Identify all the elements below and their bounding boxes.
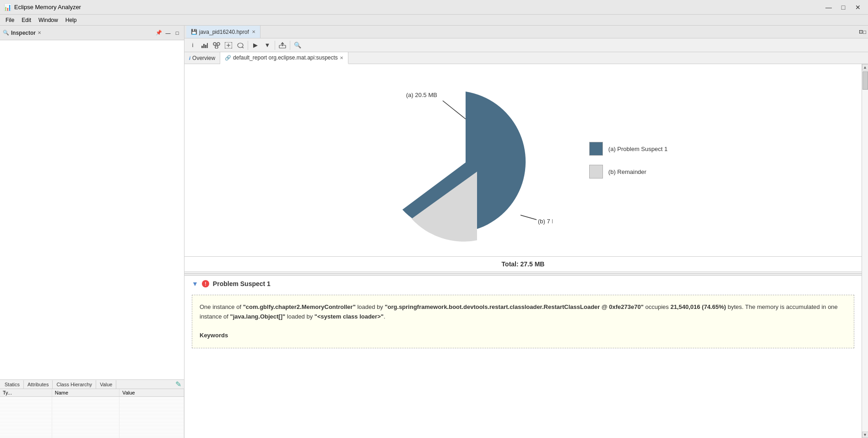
scrollbar-thumb[interactable]: [863, 71, 868, 90]
total-bar: Total: 27.5 MB: [184, 256, 862, 272]
pie-chart-svg: (a) 20.5 MB (b) 7 MB: [379, 78, 553, 243]
file-tab-hprof[interactable]: 💾 java_pid16240.hprof ✕: [186, 26, 260, 38]
file-tab-label: java_pid16240.hprof: [199, 29, 249, 35]
right-area: (a) 20.5 MB (b) 7 MB (a) Problem Suspect…: [184, 64, 868, 438]
file-tab-icon: 💾: [191, 29, 197, 35]
legend-label-b: (b) Remainder: [608, 168, 646, 175]
legend: (a) Problem Suspect 1 (b) Remainder: [589, 142, 667, 178]
close-button[interactable]: ✕: [852, 2, 864, 12]
legend-item-b: (b) Remainder: [589, 165, 667, 178]
legend-label-a: (a) Problem Suspect 1: [608, 146, 667, 152]
tab-class-hierarchy[interactable]: Class Hierarchy: [53, 380, 96, 389]
inspector-icon: 🔍: [3, 30, 9, 36]
content-tabs: i Overview 🔗 default_report org.eclipse.…: [184, 52, 868, 64]
toolbar-separator-2: [275, 41, 275, 50]
app-icon: 📊: [4, 4, 11, 11]
scrollbar-up-button[interactable]: ▲: [862, 64, 868, 70]
tab-suspects-close-icon[interactable]: ✕: [340, 55, 343, 60]
suspect-toggle-icon[interactable]: ▼: [192, 280, 198, 287]
toolbar-dropdown-button[interactable]: ▼: [262, 40, 273, 51]
inspector-header: 🔍 Inspector ✕ 📌 — □: [0, 26, 184, 40]
separator-2: [184, 275, 862, 276]
inspector-title-area: 🔍 Inspector ✕: [3, 30, 41, 36]
toolbar-histogram-button[interactable]: [199, 40, 210, 51]
restore-tab-button[interactable]: ⊡: [859, 29, 863, 35]
svg-rect-1: [203, 44, 205, 48]
inspector-pin-button[interactable]: 📌: [155, 29, 163, 37]
tab-suspects-label: default_report org.eclipse.mat.api:suspe…: [233, 54, 338, 61]
problem-description-box: One instance of "com.gblfy.chapter2.Memo…: [192, 295, 854, 348]
label-line-b: [521, 215, 537, 220]
minimize-button[interactable]: —: [822, 2, 835, 12]
class-name: "com.gblfy.chapter2.MemoryController": [243, 303, 356, 310]
toolbar-export-button[interactable]: [277, 40, 288, 51]
legend-item-a: (a) Problem Suspect 1: [589, 142, 667, 156]
svg-line-11: [242, 47, 244, 48]
file-tab-close-icon[interactable]: ✕: [252, 29, 255, 34]
toolbar-separator-3: [290, 41, 290, 50]
suspect-title: Problem Suspect 1: [213, 280, 271, 287]
keywords-label: Keywords: [200, 331, 846, 341]
right-scrollbar: ▲ ▼: [862, 64, 868, 438]
menu-edit[interactable]: Edit: [18, 16, 35, 24]
inspector-panel: 🔍 Inspector ✕ 📌 — □ Statics Attributes C…: [0, 26, 184, 438]
inspector-tabs-bar: Statics Attributes Class Hierarchy Value…: [0, 379, 184, 389]
maximize-tab-button[interactable]: □: [863, 29, 866, 35]
table-row: [0, 437, 184, 438]
inspector-close-icon[interactable]: ✕: [38, 30, 41, 35]
inspector-tabs: Statics Attributes Class Hierarchy Value: [1, 380, 116, 389]
array-type: "java.lang.Object[]": [230, 313, 286, 320]
toolbar-search-button[interactable]: 🔍: [292, 40, 303, 51]
menu-file[interactable]: File: [2, 16, 18, 24]
toolbar-info-button[interactable]: i: [187, 40, 198, 51]
inspector-title: Inspector: [11, 30, 36, 36]
inspector-minimize-button[interactable]: —: [164, 29, 172, 37]
toolbar-oql-button[interactable]: [235, 40, 246, 51]
toolbar-run-button[interactable]: ▶: [250, 40, 261, 51]
problem-suspect-section: ▼ ! Problem Suspect 1 One instance of "c…: [184, 276, 862, 348]
content-area[interactable]: (a) 20.5 MB (b) 7 MB (a) Problem Suspect…: [184, 64, 862, 438]
svg-point-5: [217, 43, 220, 45]
col-name: Name: [52, 389, 119, 397]
tab-value[interactable]: Value: [96, 380, 116, 389]
system-loader: "<system class loader>": [315, 313, 384, 320]
label-line-a: [443, 101, 466, 119]
classloader-name: "org.springframework.boot.devtools.resta…: [385, 303, 643, 310]
inspector-edit-icon[interactable]: ✎: [174, 380, 183, 389]
toolbar: i ▶ ▼ 🔍: [184, 38, 868, 52]
legend-swatch-a: [589, 142, 603, 156]
menu-window[interactable]: Window: [35, 16, 62, 24]
titlebar: 📊 Eclipse Memory Analyzer — □ ✕: [0, 0, 868, 15]
suspect-error-icon: !: [202, 280, 209, 287]
svg-point-6: [215, 46, 218, 49]
scrollbar-down-button[interactable]: ▼: [862, 432, 868, 438]
tab-statics[interactable]: Statics: [1, 380, 24, 389]
chart-container: (a) 20.5 MB (b) 7 MB (a) Problem Suspect…: [184, 64, 862, 256]
tab-suspects[interactable]: 🔗 default_report org.eclipse.mat.api:sus…: [220, 52, 348, 64]
label-a-text: (a) 20.5 MB: [406, 92, 437, 98]
inspector-panel-actions: 📌 — □: [155, 29, 181, 37]
inspector-maximize-button[interactable]: □: [173, 29, 181, 37]
suspect-header: ▼ ! Problem Suspect 1: [184, 276, 862, 291]
titlebar-left: 📊 Eclipse Memory Analyzer: [4, 4, 81, 11]
col-type: Ty...: [0, 389, 52, 397]
scrollbar-track: [862, 70, 868, 432]
toolbar-threads-button[interactable]: [211, 40, 222, 51]
maximize-button[interactable]: □: [837, 2, 850, 12]
separator-1: [184, 273, 862, 274]
svg-rect-2: [205, 45, 206, 48]
toolbar-dominator-button[interactable]: [223, 40, 234, 51]
col-value: Value: [119, 389, 184, 397]
inspector-content: [0, 40, 184, 379]
svg-rect-0: [201, 46, 203, 48]
tab-suspects-icon: 🔗: [225, 55, 231, 61]
label-b-text: (b) 7 MB: [538, 218, 553, 225]
menubar: File Edit Window Help: [0, 15, 868, 26]
tab-attributes[interactable]: Attributes: [24, 380, 53, 389]
tab-overview[interactable]: i Overview: [184, 52, 220, 64]
main-layout: 🔍 Inspector ✕ 📌 — □ Statics Attributes C…: [0, 26, 868, 438]
legend-swatch-b: [589, 165, 603, 178]
menu-help[interactable]: Help: [62, 16, 81, 24]
file-tabbar: 💾 java_pid16240.hprof ✕ ⊡ □: [184, 26, 868, 38]
right-panel: 💾 java_pid16240.hprof ✕ ⊡ □ i: [184, 26, 868, 438]
